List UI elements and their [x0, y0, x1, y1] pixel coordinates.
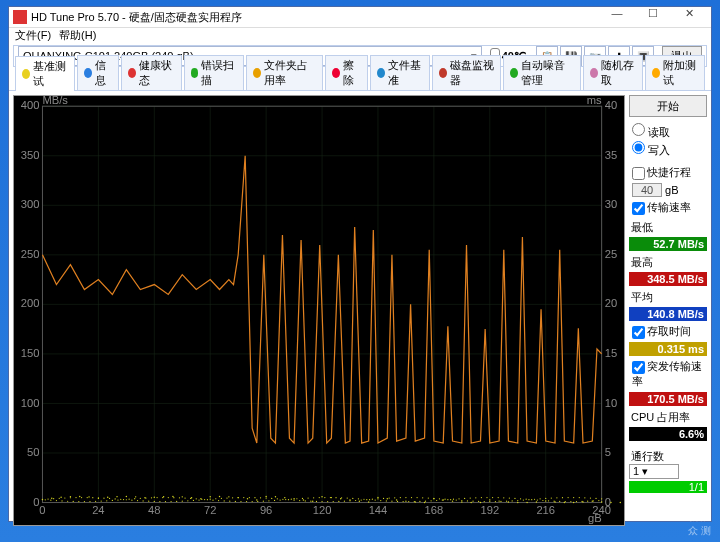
tab-3[interactable]: 错误扫描 — [184, 55, 244, 90]
tab-1[interactable]: 信息 — [77, 55, 119, 90]
tab-label: 磁盘监视器 — [450, 58, 494, 88]
tab-9[interactable]: 随机存取 — [583, 55, 643, 90]
svg-point-179 — [210, 499, 211, 500]
svg-point-94 — [424, 502, 425, 503]
svg-point-173 — [193, 500, 194, 501]
svg-point-121 — [47, 499, 48, 500]
svg-point-289 — [517, 500, 518, 501]
access-time-checkbox[interactable]: 存取时间 — [629, 323, 707, 340]
svg-point-153 — [137, 500, 138, 501]
menu-file[interactable]: 文件(F) — [15, 28, 51, 43]
svg-point-218 — [319, 497, 320, 498]
svg-point-180 — [212, 500, 213, 501]
minimize-button[interactable]: — — [599, 7, 635, 27]
svg-point-222 — [330, 497, 331, 498]
svg-text:168: 168 — [425, 504, 444, 516]
runs-input[interactable]: 1 ▾ — [629, 464, 679, 479]
tab-8[interactable]: 自动噪音管理 — [503, 55, 581, 90]
burst-rate-checkbox[interactable]: 突发传输速率 — [629, 358, 707, 390]
svg-point-299 — [545, 498, 546, 499]
svg-point-101 — [489, 499, 490, 500]
svg-point-255 — [422, 497, 423, 498]
tab-10[interactable]: 附加测试 — [645, 55, 705, 90]
svg-point-189 — [238, 497, 239, 498]
svg-point-98 — [461, 501, 462, 502]
svg-point-171 — [187, 500, 188, 501]
svg-text:gB: gB — [588, 512, 602, 524]
svg-point-200 — [268, 500, 269, 501]
tab-5[interactable]: 擦除 — [325, 55, 367, 90]
svg-point-224 — [335, 497, 336, 498]
svg-point-229 — [349, 500, 350, 501]
tab-icon — [377, 68, 385, 78]
start-button[interactable]: 开始 — [629, 95, 707, 117]
radio-write[interactable]: 写入 — [632, 141, 704, 158]
svg-point-178 — [207, 499, 208, 500]
svg-point-185 — [226, 497, 227, 498]
svg-point-129 — [70, 497, 71, 498]
svg-point-88 — [368, 501, 369, 502]
svg-point-142 — [106, 500, 107, 501]
svg-text:300: 300 — [21, 198, 40, 210]
svg-point-265 — [450, 499, 451, 500]
svg-point-60 — [107, 497, 108, 498]
tab-7[interactable]: 磁盘监视器 — [432, 55, 501, 90]
radio-read[interactable]: 读取 — [632, 123, 704, 140]
svg-point-303 — [556, 497, 557, 498]
svg-text:150: 150 — [21, 347, 40, 359]
svg-text:250: 250 — [21, 248, 40, 260]
svg-point-107 — [545, 500, 546, 501]
svg-point-213 — [305, 500, 306, 501]
svg-point-235 — [366, 499, 367, 500]
svg-point-164 — [168, 497, 169, 498]
svg-point-63 — [135, 496, 136, 497]
svg-point-54 — [51, 498, 52, 499]
tab-icon — [510, 68, 518, 78]
short-stroke-checkbox[interactable]: 快捷行程 — [629, 164, 707, 181]
svg-point-65 — [154, 497, 155, 498]
tab-icon — [22, 69, 30, 79]
svg-point-219 — [321, 501, 322, 502]
cpu-value: 6.6% — [629, 427, 707, 441]
svg-point-184 — [224, 500, 225, 501]
svg-text:40: 40 — [605, 99, 617, 111]
svg-point-230 — [352, 498, 353, 499]
short-stroke-input[interactable] — [632, 183, 662, 197]
close-button[interactable]: ✕ — [671, 7, 707, 27]
svg-point-183 — [221, 498, 222, 499]
svg-point-139 — [98, 497, 99, 498]
tab-2[interactable]: 健康状态 — [121, 55, 181, 90]
svg-point-135 — [87, 497, 88, 498]
svg-point-133 — [81, 497, 82, 498]
svg-point-119 — [42, 499, 43, 500]
svg-point-175 — [198, 499, 199, 500]
svg-point-193 — [249, 497, 250, 498]
transfer-rate-checkbox[interactable]: 传输速率 — [629, 199, 707, 216]
svg-point-197 — [260, 497, 261, 498]
tab-label: 文件夹占用率 — [264, 58, 317, 88]
min-value: 52.7 MB/s — [629, 237, 707, 251]
tab-6[interactable]: 文件基准 — [370, 55, 430, 90]
svg-point-223 — [333, 501, 334, 502]
svg-point-73 — [228, 496, 229, 497]
menu-help[interactable]: 帮助(H) — [59, 28, 96, 43]
svg-point-209 — [293, 500, 294, 501]
svg-point-194 — [252, 501, 253, 502]
tab-4[interactable]: 文件夹占用率 — [246, 55, 324, 90]
menubar: 文件(F) 帮助(H) — [9, 28, 711, 43]
svg-point-216 — [313, 497, 314, 498]
tab-0[interactable]: 基准测试 — [15, 56, 75, 91]
svg-point-241 — [383, 498, 384, 499]
svg-point-246 — [397, 501, 398, 502]
svg-text:192: 192 — [480, 504, 499, 516]
svg-point-195 — [254, 497, 255, 498]
svg-point-280 — [492, 497, 493, 498]
svg-point-77 — [265, 496, 266, 497]
svg-point-242 — [386, 500, 387, 501]
svg-point-160 — [156, 497, 157, 498]
svg-point-305 — [562, 497, 563, 498]
maximize-button[interactable]: ☐ — [635, 7, 671, 27]
svg-point-83 — [321, 496, 322, 497]
svg-point-57 — [79, 496, 80, 497]
svg-point-240 — [380, 500, 381, 501]
